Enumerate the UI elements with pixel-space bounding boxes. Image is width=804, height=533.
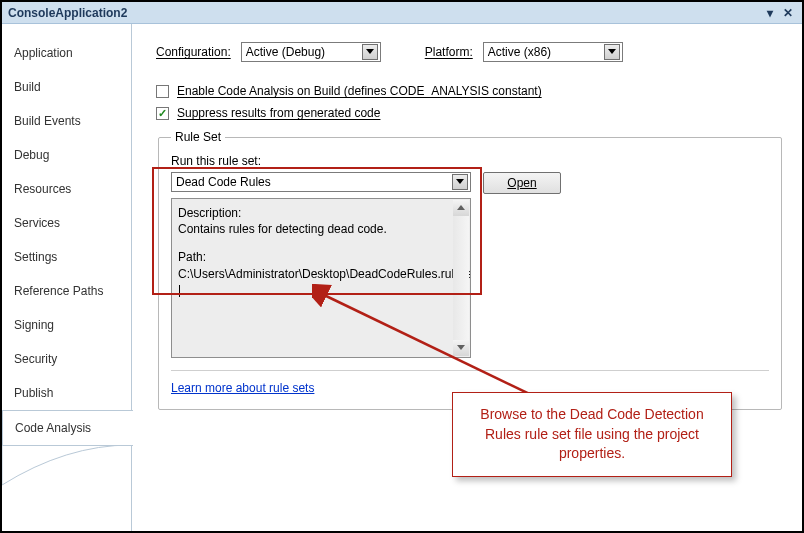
window-title: ConsoleApplication2 bbox=[8, 6, 127, 20]
open-button[interactable]: Open bbox=[483, 172, 561, 194]
scroll-down-icon[interactable] bbox=[453, 340, 469, 356]
annotation-callout: Browse to the Dead Code Detection Rules … bbox=[452, 392, 732, 477]
description-header: Description: bbox=[178, 205, 450, 221]
sidebar-tail-curve bbox=[2, 446, 132, 486]
chevron-down-icon bbox=[604, 44, 620, 60]
sidebar-item-build[interactable]: Build bbox=[2, 70, 132, 104]
sidebar-item-publish[interactable]: Publish bbox=[2, 376, 132, 410]
platform-value: Active (x86) bbox=[488, 45, 551, 59]
platform-select[interactable]: Active (x86) bbox=[483, 42, 623, 62]
suppress-generated-checkbox[interactable]: Suppress results from generated code bbox=[156, 106, 784, 120]
checkbox-box bbox=[156, 107, 169, 120]
path-header: Path: bbox=[178, 249, 450, 265]
divider bbox=[171, 370, 769, 371]
learn-more-link[interactable]: Learn more about rule sets bbox=[171, 381, 314, 395]
sidebar-item-security[interactable]: Security bbox=[2, 342, 132, 376]
sidebar-item-reference-paths[interactable]: Reference Paths bbox=[2, 274, 132, 308]
sidebar-item-signing[interactable]: Signing bbox=[2, 308, 132, 342]
chevron-down-icon bbox=[362, 44, 378, 60]
description-text: Contains rules for detecting dead code. bbox=[178, 221, 450, 237]
config-row: Configuration: Active (Debug) Platform: … bbox=[156, 42, 784, 62]
ruleset-select[interactable]: Dead Code Rules bbox=[171, 172, 471, 192]
sidebar-item-debug[interactable]: Debug bbox=[2, 138, 132, 172]
enable-code-analysis-checkbox[interactable]: Enable Code Analysis on Build (defines C… bbox=[156, 84, 784, 98]
main-panel: Configuration: Active (Debug) Platform: … bbox=[132, 24, 802, 531]
sidebar-item-application[interactable]: Application bbox=[2, 36, 132, 70]
sidebar-item-build-events[interactable]: Build Events bbox=[2, 104, 132, 138]
titlebar: ConsoleApplication2 ▾ ✕ bbox=[2, 2, 802, 24]
chevron-down-icon bbox=[452, 174, 468, 190]
run-ruleset-label: Run this rule set: bbox=[171, 154, 769, 168]
configuration-value: Active (Debug) bbox=[246, 45, 325, 59]
suppress-label: Suppress results from generated code bbox=[177, 106, 380, 120]
sidebar-item-code-analysis[interactable]: Code Analysis bbox=[2, 410, 133, 446]
callout-text: Browse to the Dead Code Detection Rules … bbox=[480, 406, 703, 461]
close-icon[interactable]: ✕ bbox=[780, 6, 796, 20]
dropdown-icon[interactable]: ▾ bbox=[762, 6, 778, 20]
sidebar-item-settings[interactable]: Settings bbox=[2, 240, 132, 274]
ruleset-legend: Rule Set bbox=[171, 130, 225, 144]
scroll-track[interactable] bbox=[453, 216, 469, 340]
path-value: C:\Users\Administrator\Desktop\DeadCodeR… bbox=[178, 266, 450, 298]
scrollbar[interactable] bbox=[453, 200, 469, 356]
ruleset-select-value: Dead Code Rules bbox=[176, 175, 271, 189]
enable-label: Enable Code Analysis on Build (defines C… bbox=[177, 84, 542, 98]
checkbox-box bbox=[156, 85, 169, 98]
configuration-select[interactable]: Active (Debug) bbox=[241, 42, 381, 62]
sidebar-item-services[interactable]: Services bbox=[2, 206, 132, 240]
scroll-up-icon[interactable] bbox=[453, 200, 469, 216]
ruleset-description-box: Description: Contains rules for detectin… bbox=[171, 198, 471, 358]
project-properties-window: ConsoleApplication2 ▾ ✕ Application Buil… bbox=[2, 2, 802, 531]
ruleset-group: Rule Set Run this rule set: Dead Code Ru… bbox=[158, 130, 782, 410]
sidebar: Application Build Build Events Debug Res… bbox=[2, 24, 132, 531]
sidebar-item-resources[interactable]: Resources bbox=[2, 172, 132, 206]
platform-label: Platform: bbox=[425, 45, 473, 59]
open-button-label: Open bbox=[507, 176, 536, 190]
configuration-label: Configuration: bbox=[156, 45, 231, 59]
titlebar-controls: ▾ ✕ bbox=[762, 6, 796, 20]
